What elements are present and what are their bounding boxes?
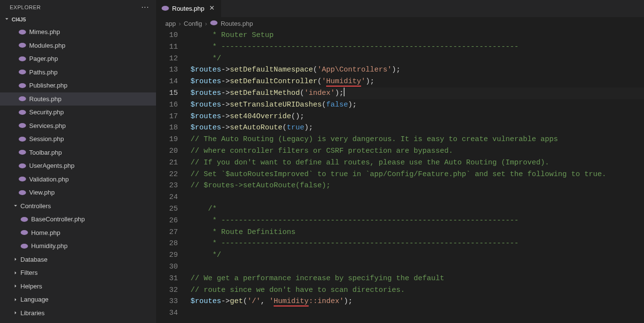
folder-item[interactable]: Controllers xyxy=(0,199,156,213)
file-label: View.php xyxy=(29,189,55,196)
code-line[interactable]: * --------------------------------------… xyxy=(191,41,644,53)
svg-point-14 xyxy=(21,230,28,235)
line-number: 15 xyxy=(157,88,178,99)
code-line[interactable]: $routes->set404Override(); xyxy=(191,111,644,123)
file-item[interactable]: Validation.php xyxy=(0,173,156,186)
code-line[interactable]: * Route Definitions xyxy=(191,227,644,238)
breadcrumb-part[interactable]: app xyxy=(165,20,176,27)
line-number: 23 xyxy=(157,180,178,192)
file-item[interactable]: BaseController.php xyxy=(0,213,156,226)
folder-item[interactable]: Filters xyxy=(0,266,156,280)
line-number: 18 xyxy=(157,122,178,134)
line-number: 17 xyxy=(157,111,178,123)
php-icon xyxy=(18,175,26,183)
tab-label: Routes.php xyxy=(172,5,205,12)
file-item[interactable]: Home.php xyxy=(0,226,156,240)
breadcrumb-part[interactable]: Config xyxy=(184,20,202,27)
folder-item[interactable]: Database xyxy=(0,253,156,267)
code-line[interactable]: * Router Setup xyxy=(191,30,644,41)
file-item[interactable]: Services.php xyxy=(0,119,156,133)
svg-point-13 xyxy=(21,217,28,222)
folder-item[interactable]: Language xyxy=(0,293,156,306)
sidebar: EXPLORER ··· CI4J5 Mimes.phpModules.phpP… xyxy=(0,0,157,323)
file-item[interactable]: Publisher.php xyxy=(0,79,156,92)
code-line[interactable] xyxy=(191,307,644,319)
code-line[interactable]: // The Auto Routing (Legacy) is very dan… xyxy=(191,134,644,145)
line-number: 32 xyxy=(157,285,178,296)
code-line[interactable]: * --------------------------------------… xyxy=(191,238,644,250)
php-icon xyxy=(20,215,28,223)
code-line[interactable]: // Set `$autoRoutesImproved` to true in … xyxy=(191,169,644,180)
file-item[interactable]: Toolbar.php xyxy=(0,146,156,160)
code-line[interactable]: // $routes->setAutoRoute(false); xyxy=(191,180,644,192)
code-line[interactable]: $routes->setDefaultNamespace('App\Contro… xyxy=(191,64,644,76)
php-icon xyxy=(18,189,26,197)
code-line[interactable] xyxy=(191,261,644,273)
code-line[interactable]: */ xyxy=(191,250,644,261)
code-line[interactable]: /* xyxy=(191,203,644,215)
chevron-right-icon: › xyxy=(179,20,181,27)
editor[interactable]: 1011121314151617181920212223242526272829… xyxy=(157,30,644,323)
code-line[interactable]: $routes->setAutoRoute(true); xyxy=(191,122,644,134)
svg-point-1 xyxy=(19,43,26,48)
tab-routes[interactable]: Routes.php xyxy=(157,0,222,17)
code-area[interactable]: * Router Setup * -----------------------… xyxy=(191,30,644,323)
code-line[interactable]: // We get a performance increase by spec… xyxy=(191,273,644,285)
code-line[interactable]: // where controller filters or CSRF prot… xyxy=(191,145,644,157)
php-icon xyxy=(20,229,28,236)
file-item[interactable]: UserAgents.php xyxy=(0,159,156,173)
code-line[interactable] xyxy=(191,192,644,203)
line-number: 33 xyxy=(157,296,178,307)
close-icon[interactable] xyxy=(208,4,216,13)
line-number: 28 xyxy=(157,238,178,250)
file-tree[interactable]: Mimes.phpModules.phpPager.phpPaths.phpPu… xyxy=(0,24,156,323)
chevron-right-icon xyxy=(12,270,19,276)
file-label: BaseController.php xyxy=(31,215,85,223)
line-number: 13 xyxy=(157,64,178,76)
svg-point-15 xyxy=(21,244,28,249)
code-line[interactable]: $routes->setTranslateURIDashes(false); xyxy=(191,99,644,111)
chevron-right-icon xyxy=(12,310,19,316)
line-number: 11 xyxy=(157,41,178,53)
breadcrumb-part[interactable]: Routes.php xyxy=(221,20,253,27)
line-number: 16 xyxy=(157,99,178,111)
file-item[interactable]: Paths.php xyxy=(0,66,156,79)
code-line[interactable]: * --------------------------------------… xyxy=(191,215,644,227)
code-line[interactable]: // If you don't want to define all route… xyxy=(191,157,644,169)
code-line[interactable]: // route since we don't have to scan dir… xyxy=(191,285,644,296)
php-icon xyxy=(18,148,26,156)
file-item[interactable]: Pager.php xyxy=(0,52,156,66)
chevron-down-icon xyxy=(12,203,19,209)
file-item[interactable]: Mimes.php xyxy=(0,25,156,39)
explorer-more-icon[interactable]: ··· xyxy=(141,3,149,12)
code-line[interactable]: $routes->setDefaultController('Humidity'… xyxy=(191,76,644,88)
file-item[interactable]: Humidity.php xyxy=(0,239,156,253)
folder-item[interactable]: Helpers xyxy=(0,280,156,293)
code-line[interactable]: $routes->setDefaultMethod('index'); xyxy=(191,88,644,99)
svg-point-17 xyxy=(210,20,217,25)
file-item[interactable]: Routes.php xyxy=(0,92,156,106)
file-item[interactable]: View.php xyxy=(0,186,156,199)
svg-point-0 xyxy=(19,30,26,35)
breadcrumb[interactable]: app › Config › Routes.php xyxy=(157,17,644,30)
php-icon xyxy=(18,55,26,63)
php-icon xyxy=(18,68,26,76)
file-item[interactable]: Modules.php xyxy=(0,39,156,53)
php-icon xyxy=(18,135,26,143)
svg-point-12 xyxy=(19,190,26,195)
folder-item[interactable]: Libraries xyxy=(0,306,156,320)
chevron-right-icon xyxy=(12,256,19,262)
file-label: Paths.php xyxy=(29,69,58,76)
code-line[interactable]: $routes->get('/', 'Humidity::index'); xyxy=(191,296,644,307)
svg-point-2 xyxy=(19,56,26,61)
file-item[interactable]: Session.php xyxy=(0,132,156,146)
file-label: Humidity.php xyxy=(31,242,68,250)
line-number: 22 xyxy=(157,169,178,180)
file-label: Session.php xyxy=(29,135,64,143)
php-icon xyxy=(210,19,218,27)
file-item[interactable]: Security.php xyxy=(0,106,156,119)
code-line[interactable]: */ xyxy=(191,53,644,65)
svg-point-8 xyxy=(19,137,26,142)
folder-label: Libraries xyxy=(20,309,45,317)
project-header[interactable]: CI4J5 xyxy=(0,15,156,24)
